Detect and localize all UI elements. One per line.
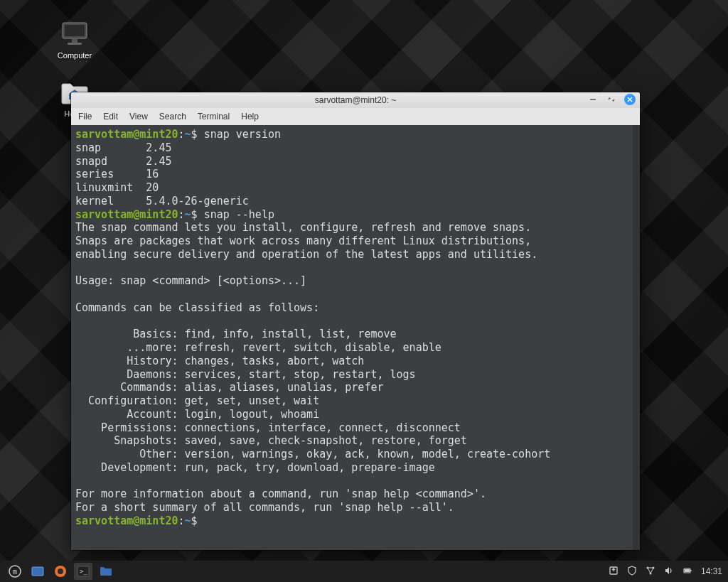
menu-view[interactable]: View [129,112,148,122]
terminal-command: snap version [204,128,281,141]
terminal-output: ...more: refresh, revert, switch, disabl… [75,341,441,354]
terminal-output: Permissions: connections, interface, con… [75,421,461,434]
prompt-dollar: $ [191,514,204,527]
svg-rect-9 [32,567,43,576]
window-titlebar[interactable]: sarvottam@mint20: ~ [71,92,640,108]
prompt-colon: : [178,128,185,141]
taskbar-item-files[interactable] [97,563,115,580]
computer-icon [59,21,90,48]
prompt-host: mint20 [139,208,178,221]
prompt-at: @ [133,128,139,141]
terminal-output: For a short summary of all commands, run… [75,501,454,514]
tray-power-icon[interactable] [682,566,692,578]
menu-file[interactable]: File [78,112,92,122]
terminal-output: Snapshots: saved, save, check-snapshot, … [75,434,467,447]
prompt-colon: : [178,514,185,527]
prompt-path: ~ [185,514,191,527]
terminal-output: Configuration: get, set, unset, wait [75,394,319,407]
window-menubar: File Edit View Search Terminal Help [71,108,640,125]
prompt-user: sarvottam [75,514,133,527]
svg-rect-2 [72,38,77,43]
svg-rect-3 [68,43,82,45]
terminal-window: sarvottam@mint20: ~ File Edit View Searc… [71,92,640,550]
terminal-output: enabling secure delivery and operation o… [75,248,537,261]
prompt-host: mint20 [139,514,178,527]
minimize-button[interactable] [587,94,599,105]
tray-updates-icon[interactable] [609,566,619,578]
svg-rect-20 [685,569,690,572]
prompt-host: mint20 [139,128,178,141]
svg-text:m: m [13,568,17,576]
terminal-output: snap 2.45 [75,141,171,154]
close-button[interactable] [624,94,636,105]
menu-help[interactable]: Help [241,112,259,122]
desktop-icon-computer[interactable]: Computer [50,21,100,60]
terminal-output: Commands can be classified as follows: [75,301,319,314]
svg-text:>_: >_ [80,568,87,575]
terminal-output: Other: version, warnings, okay, ack, kno… [75,448,550,460]
prompt-colon: : [178,208,185,221]
svg-point-11 [58,568,63,574]
terminal-output: Commands: alias, aliases, unalias, prefe… [75,381,383,394]
svg-rect-19 [690,570,692,571]
terminal-command: snap --help [204,208,274,221]
terminal-output: Daemons: services, start, stop, restart,… [75,368,416,381]
taskbar: m >_ 14:31 [0,561,728,582]
prompt-user: sarvottam [75,208,133,221]
system-tray: 14:31 [609,566,722,578]
maximize-button[interactable] [606,94,617,105]
prompt-dollar: $ [191,128,204,141]
prompt-path: ~ [185,128,191,141]
menu-edit[interactable]: Edit [103,112,118,122]
terminal-scrollbar[interactable] [633,125,640,550]
terminal-output: For more information about a command, ru… [75,487,486,500]
terminal-output: Usage: snap <command> [<options>...] [75,274,306,287]
prompt-dollar: $ [191,208,204,221]
prompt-path: ~ [185,208,191,221]
window-title: sarvottam@mint20: ~ [315,95,397,105]
terminal-output: series 16 [75,168,159,180]
tray-clock[interactable]: 14:31 [701,566,722,576]
terminal-output: Development: run, pack, try, download, p… [75,461,435,474]
terminal-body[interactable]: sarvottam@mint20:~$ snap version snap 2.… [71,125,640,550]
taskbar-item-terminal[interactable]: >_ [74,563,92,580]
terminal-output: History: changes, tasks, abort, watch [75,355,364,367]
menu-terminal[interactable]: Terminal [198,112,230,122]
prompt-at: @ [133,208,139,221]
terminal-output: The snap command lets you install, confi… [75,221,531,234]
prompt-at: @ [133,514,139,527]
tray-shield-icon[interactable] [627,566,637,578]
terminal-output: Account: login, logout, whoami [75,408,319,421]
terminal-output: kernel 5.4.0-26-generic [75,195,249,208]
prompt-user: sarvottam [75,128,133,141]
desktop-icon-label: Computer [58,51,92,60]
terminal-output: snapd 2.45 [75,155,171,168]
taskbar-item-firefox[interactable] [51,563,70,580]
terminal-output: Snaps are packages that work across many… [75,235,531,247]
terminal-output: linuxmint 20 [75,181,159,194]
svg-rect-1 [65,25,85,36]
tray-network-icon[interactable] [646,566,655,578]
start-menu-button[interactable]: m [6,563,24,580]
menu-search[interactable]: Search [159,112,186,122]
show-desktop-button[interactable] [28,563,47,580]
tray-volume-icon[interactable] [664,566,674,578]
window-controls [587,94,636,105]
terminal-output: Basics: find, info, install, list, remov… [75,328,397,340]
